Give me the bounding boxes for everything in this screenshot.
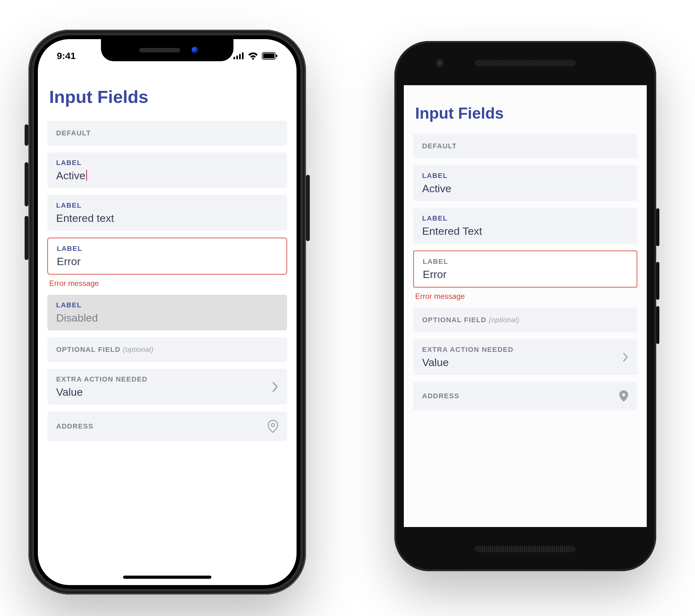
location-pin-icon: [268, 420, 278, 433]
svg-rect-6: [263, 53, 274, 59]
field-value: Error: [423, 268, 628, 281]
notch: [101, 39, 234, 61]
android-device-frame: Input Fields DEFAULT LABEL Active LABEL …: [394, 41, 656, 571]
field-label: ADDRESS: [422, 392, 459, 400]
optional-tag: (optional): [489, 316, 520, 324]
field-label: EXTRA ACTION NEEDED: [422, 346, 514, 353]
input-optional[interactable]: OPTIONAL FIELD (optional): [413, 308, 637, 332]
input-active[interactable]: LABEL Active: [47, 152, 287, 188]
svg-point-4: [252, 58, 254, 60]
svg-rect-1: [236, 55, 238, 59]
field-value: Error: [57, 255, 277, 268]
earpiece-speaker: [139, 48, 180, 52]
volume-up-button: [24, 162, 29, 206]
svg-rect-3: [242, 52, 243, 59]
input-address[interactable]: ADDRESS: [47, 412, 287, 441]
home-indicator[interactable]: [123, 576, 211, 579]
field-label: DEFAULT: [422, 142, 457, 150]
field-label: DEFAULT: [56, 129, 91, 137]
svg-rect-7: [276, 55, 277, 57]
cursor-icon: [86, 170, 87, 181]
field-value: Active: [422, 182, 628, 195]
volume-up-button: [656, 262, 659, 300]
field-value: Value: [56, 386, 148, 398]
svg-point-8: [271, 423, 274, 427]
power-button: [656, 208, 659, 246]
field-label: LABEL: [57, 245, 82, 252]
field-label: LABEL: [423, 257, 448, 265]
input-entered[interactable]: LABEL Entered Text: [413, 208, 637, 244]
volume-down-button: [656, 306, 659, 344]
front-camera-icon: [191, 47, 199, 54]
android-top-bar: [394, 41, 656, 85]
field-label: ADDRESS: [56, 422, 94, 430]
earpiece-speaker: [475, 60, 576, 66]
field-label: OPTIONAL FIELD (optional): [422, 316, 519, 324]
input-address[interactable]: ADDRESS: [413, 382, 637, 410]
mute-switch: [24, 124, 29, 146]
page-title: Input Fields: [415, 104, 637, 122]
field-label: OPTIONAL FIELD (optional): [56, 346, 153, 353]
input-extra-action[interactable]: EXTRA ACTION NEEDED Value: [47, 369, 287, 404]
input-extra-action[interactable]: EXTRA ACTION NEEDED Value: [413, 339, 637, 375]
field-label: LABEL: [56, 301, 82, 309]
field-label: EXTRA ACTION NEEDED: [56, 375, 148, 383]
bottom-speaker: [475, 546, 576, 552]
input-default[interactable]: DEFAULT: [47, 121, 287, 146]
input-active[interactable]: LABEL Active: [413, 165, 637, 201]
field-value: Disabled: [56, 312, 278, 324]
status-time: 9:41: [57, 50, 76, 61]
battery-icon: [262, 52, 277, 60]
power-button: [306, 175, 310, 241]
field-value: Value: [422, 356, 514, 369]
front-camera-icon: [435, 59, 444, 68]
field-label: LABEL: [422, 214, 448, 222]
input-entered[interactable]: LABEL Entered text: [47, 195, 287, 231]
field-value: Entered text: [56, 212, 278, 224]
input-optional[interactable]: OPTIONAL FIELD (optional): [47, 337, 287, 362]
input-error[interactable]: LABEL Error: [413, 251, 637, 287]
wifi-icon: [248, 52, 258, 60]
field-value: Entered Text: [422, 225, 628, 237]
chevron-right-icon: [272, 381, 278, 393]
volume-down-button: [24, 216, 29, 260]
input-default[interactable]: DEFAULT: [413, 134, 637, 159]
error-message: Error message: [415, 292, 637, 301]
cellular-icon: [234, 52, 244, 59]
chevron-right-icon: [623, 352, 628, 362]
page-title: Input Fields: [49, 86, 287, 107]
field-label: LABEL: [56, 201, 82, 209]
field-label: LABEL: [422, 172, 448, 180]
iphone-screen: 9:41: [38, 39, 296, 585]
android-bottom-bar: [394, 527, 656, 571]
error-message: Error message: [49, 279, 287, 288]
svg-point-9: [622, 393, 625, 396]
input-error[interactable]: LABEL Error: [47, 238, 287, 274]
iphone-device-frame: 9:41: [29, 30, 306, 595]
svg-rect-2: [239, 54, 241, 59]
input-disabled: LABEL Disabled: [47, 295, 287, 330]
svg-rect-0: [234, 57, 235, 59]
field-value: Active: [56, 169, 278, 182]
optional-tag: (optional): [123, 346, 154, 353]
android-screen: Input Fields DEFAULT LABEL Active LABEL …: [404, 85, 647, 527]
location-pin-icon: [619, 390, 628, 402]
field-label: LABEL: [56, 159, 82, 167]
